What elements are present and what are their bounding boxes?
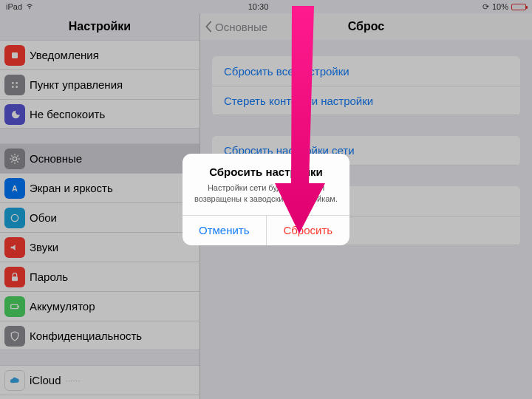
confirm-button[interactable]: Сбросить: [267, 216, 350, 245]
dialog-title: Сбросить настройки: [191, 166, 341, 178]
modal-overlay: Сбросить настройки Настройки сети будут …: [0, 0, 532, 399]
dialog-message: Настройки сети будут стерты и возвращены…: [191, 183, 341, 205]
cancel-button[interactable]: Отменить: [183, 216, 267, 245]
confirm-dialog: Сбросить настройки Настройки сети будут …: [183, 154, 349, 245]
